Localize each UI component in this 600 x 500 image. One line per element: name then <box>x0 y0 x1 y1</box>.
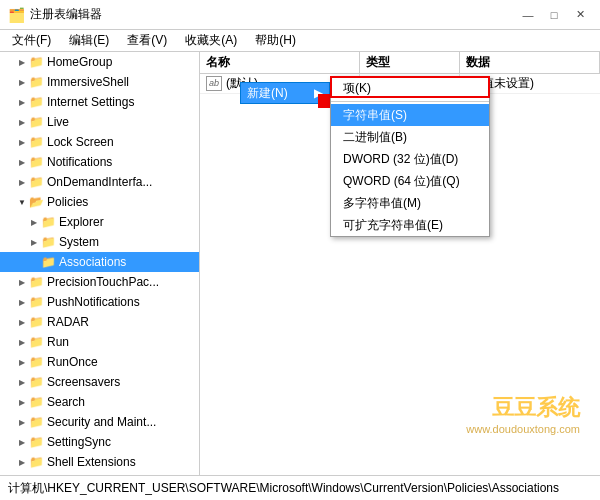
status-bar: 计算机\HKEY_CURRENT_USER\SOFTWARE\Microsoft… <box>0 475 600 500</box>
tree-item-system[interactable]: ▶ 📁 System <box>0 232 199 252</box>
tree-label: Associations <box>59 255 126 269</box>
tree-label: Explorer <box>59 215 104 229</box>
tree-arrow-expanded: ▼ <box>16 196 28 208</box>
tree-label: HomeGroup <box>47 55 112 69</box>
tree-item-notifications[interactable]: ▶ 📁 Notifications <box>0 152 199 172</box>
status-path: 计算机\HKEY_CURRENT_USER\SOFTWARE\Microsoft… <box>8 480 559 497</box>
tree-arrow: ▶ <box>16 136 28 148</box>
folder-icon: 📁 <box>28 155 44 169</box>
watermark: 豆豆系统 www.doudouxtong.com <box>466 393 580 435</box>
folder-icon: 📁 <box>28 455 44 469</box>
folder-icon: 📁 <box>28 375 44 389</box>
submenu-item-key[interactable]: 项(K) <box>331 77 489 99</box>
title-bar-title: 注册表编辑器 <box>30 6 102 23</box>
folder-icon: 📁 <box>40 255 56 269</box>
folder-icon: 📂 <box>28 195 44 209</box>
menu-bar: 文件(F) 编辑(E) 查看(V) 收藏夹(A) 帮助(H) <box>0 30 600 52</box>
tree-arrow: ▶ <box>16 176 28 188</box>
app-icon: 🗂️ <box>8 7 24 23</box>
tree-arrow: ▶ <box>16 356 28 368</box>
ab-icon: ab <box>206 76 222 91</box>
watermark-main: 豆豆系统 <box>466 393 580 423</box>
folder-icon: 📁 <box>28 55 44 69</box>
tree-arrow <box>28 256 40 268</box>
tree-label: RADAR <box>47 315 89 329</box>
tree-label: RunOnce <box>47 355 98 369</box>
tree-item-associations[interactable]: 📁 Associations <box>0 252 199 272</box>
watermark-url: www.doudouxtong.com <box>466 423 580 435</box>
tree-item-internet-settings[interactable]: ▶ 📁 Internet Settings <box>0 92 199 112</box>
tree-item-run[interactable]: ▶ 📁 Run <box>0 332 199 352</box>
minimize-button[interactable]: — <box>516 5 540 25</box>
submenu[interactable]: 项(K) 字符串值(S) 二进制值(B) DWORD (32 位)值(D) QW… <box>330 76 490 237</box>
tree-arrow: ▶ <box>16 336 28 348</box>
maximize-button[interactable]: □ <box>542 5 566 25</box>
menu-file[interactable]: 文件(F) <box>4 30 59 51</box>
tree-arrow: ▶ <box>16 56 28 68</box>
close-button[interactable]: ✕ <box>568 5 592 25</box>
tree-item-precisiontouchpac[interactable]: ▶ 📁 PrecisionTouchPac... <box>0 272 199 292</box>
tree-item-settingsync[interactable]: ▶ 📁 SettingSync <box>0 432 199 452</box>
tree-item-immersiveshell[interactable]: ▶ 📁 ImmersiveShell <box>0 72 199 92</box>
tree-item-search[interactable]: ▶ 📁 Search <box>0 392 199 412</box>
tree-arrow: ▶ <box>16 76 28 88</box>
tree-label: Security and Maint... <box>47 415 156 429</box>
tree-label: Notifications <box>47 155 112 169</box>
tree-arrow: ▶ <box>28 216 40 228</box>
tree-arrow: ▶ <box>16 416 28 428</box>
tree-label: SettingSync <box>47 435 111 449</box>
tree-item-explorer[interactable]: ▶ 📁 Explorer <box>0 212 199 232</box>
submenu-item-qword[interactable]: QWORD (64 位)值(Q) <box>331 170 489 192</box>
folder-icon: 📁 <box>28 355 44 369</box>
menu-edit[interactable]: 编辑(E) <box>61 30 117 51</box>
tree-arrow: ▶ <box>16 456 28 468</box>
folder-icon: 📁 <box>28 295 44 309</box>
menu-view[interactable]: 查看(V) <box>119 30 175 51</box>
folder-icon: 📁 <box>28 435 44 449</box>
col-header-data: 数据 <box>460 52 600 73</box>
tree-label: OnDemandInterfa... <box>47 175 152 189</box>
submenu-item-binary[interactable]: 二进制值(B) <box>331 126 489 148</box>
tree-item-homegroup[interactable]: ▶ 📁 HomeGroup <box>0 52 199 72</box>
right-panel: 名称 类型 数据 ab (默认) REG_SZ (数值未设置) 新建(N) ▶ … <box>200 52 600 475</box>
tree-arrow: ▶ <box>16 296 28 308</box>
folder-icon: 📁 <box>28 115 44 129</box>
tree-arrow: ▶ <box>16 396 28 408</box>
tree-label: ImmersiveShell <box>47 75 129 89</box>
tree-label: PrecisionTouchPac... <box>47 275 159 289</box>
tree-arrow: ▶ <box>16 276 28 288</box>
folder-icon: 📁 <box>40 235 56 249</box>
tree-label: Run <box>47 335 69 349</box>
folder-icon: 📁 <box>28 95 44 109</box>
submenu-item-multistring[interactable]: 多字符串值(M) <box>331 192 489 214</box>
tree-item-pushnotifications[interactable]: ▶ 📁 PushNotifications <box>0 292 199 312</box>
folder-icon: 📁 <box>28 315 44 329</box>
tree-arrow: ▶ <box>16 316 28 328</box>
menu-favorites[interactable]: 收藏夹(A) <box>177 30 245 51</box>
submenu-item-dword[interactable]: DWORD (32 位)值(D) <box>331 148 489 170</box>
tree-arrow: ▶ <box>16 376 28 388</box>
tree-item-screensavers[interactable]: ▶ 📁 Screensavers <box>0 372 199 392</box>
submenu-separator <box>331 101 489 102</box>
menu-help[interactable]: 帮助(H) <box>247 30 304 51</box>
folder-icon: 📁 <box>28 175 44 189</box>
submenu-item-expandstring[interactable]: 可扩充字符串值(E) <box>331 214 489 236</box>
submenu-item-string[interactable]: 字符串值(S) <box>331 104 489 126</box>
tree-item-live[interactable]: ▶ 📁 Live <box>0 112 199 132</box>
tree-item-runonce[interactable]: ▶ 📁 RunOnce <box>0 352 199 372</box>
tree-item-security[interactable]: ▶ 📁 Security and Maint... <box>0 412 199 432</box>
tree-label: Shell Extensions <box>47 455 136 469</box>
title-bar-left: 🗂️ 注册表编辑器 <box>8 6 102 23</box>
tree-item-policies[interactable]: ▼ 📂 Policies <box>0 192 199 212</box>
new-menu-button[interactable]: 新建(N) ▶ <box>240 82 330 104</box>
tree-arrow: ▶ <box>16 116 28 128</box>
tree-item-lock-screen[interactable]: ▶ 📁 Lock Screen <box>0 132 199 152</box>
folder-icon: 📁 <box>28 135 44 149</box>
tree-label: Policies <box>47 195 88 209</box>
folder-icon: 📁 <box>40 215 56 229</box>
tree-item-shell-extensions[interactable]: ▶ 📁 Shell Extensions <box>0 452 199 472</box>
tree-item-ondemand[interactable]: ▶ 📁 OnDemandInterfa... <box>0 172 199 192</box>
title-bar: 🗂️ 注册表编辑器 — □ ✕ <box>0 0 600 30</box>
tree-item-radar[interactable]: ▶ 📁 RADAR <box>0 312 199 332</box>
tree-panel[interactable]: ▶ 📁 HomeGroup ▶ 📁 ImmersiveShell ▶ 📁 Int… <box>0 52 200 475</box>
